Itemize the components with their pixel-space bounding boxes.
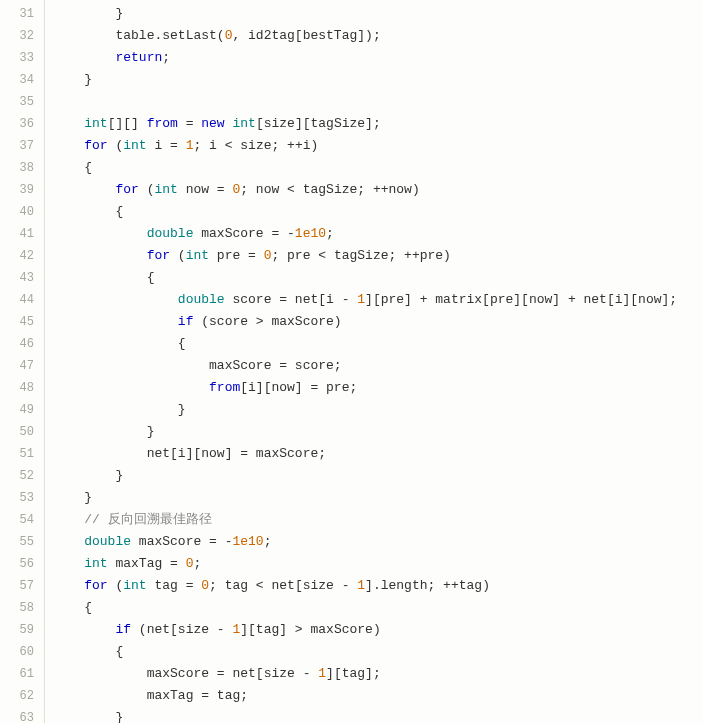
token: ;: [264, 534, 272, 549]
token: }: [147, 424, 155, 439]
code-line[interactable]: }: [53, 487, 703, 509]
line-number: 56: [0, 553, 44, 575]
token: for: [147, 248, 170, 263]
token: new: [201, 116, 224, 131]
line-number: 63: [0, 707, 44, 723]
code-line[interactable]: table.setLast(0, id2tag[bestTag]);: [53, 25, 703, 47]
token: maxScore = score;: [209, 358, 342, 373]
token: 1: [318, 666, 326, 681]
line-number: 44: [0, 289, 44, 311]
token: (: [108, 138, 124, 153]
token: int: [186, 248, 209, 263]
line-number: 54: [0, 509, 44, 531]
line-number: 62: [0, 685, 44, 707]
token: }: [84, 490, 92, 505]
code-line[interactable]: {: [53, 157, 703, 179]
code-line[interactable]: }: [53, 465, 703, 487]
line-number-gutter: 3132333435363738394041424344454647484950…: [0, 0, 45, 723]
token: 1e10: [232, 534, 263, 549]
token: ; tag < net[size -: [209, 578, 357, 593]
code-line[interactable]: double score = net[i - 1][pre] + matrix[…: [53, 289, 703, 311]
code-line[interactable]: int maxTag = 0;: [53, 553, 703, 575]
token: net[i][now] = maxScore;: [147, 446, 326, 461]
token: (: [170, 248, 186, 263]
line-number: 58: [0, 597, 44, 619]
line-number: 49: [0, 399, 44, 421]
code-line[interactable]: // 反向回溯最佳路径: [53, 509, 703, 531]
code-line[interactable]: for (int pre = 0; pre < tagSize; ++pre): [53, 245, 703, 267]
code-line[interactable]: for (int now = 0; now < tagSize; ++now): [53, 179, 703, 201]
code-line[interactable]: }: [53, 3, 703, 25]
token: score = net[i -: [225, 292, 358, 307]
token: }: [115, 710, 123, 723]
token: ].length; ++tag): [365, 578, 490, 593]
code-line[interactable]: double maxScore = -1e10;: [53, 531, 703, 553]
code-line[interactable]: if (score > maxScore): [53, 311, 703, 333]
code-line[interactable]: }: [53, 421, 703, 443]
token: int: [123, 138, 146, 153]
token: {: [115, 644, 123, 659]
code-line[interactable]: {: [53, 641, 703, 663]
code-line[interactable]: for (int tag = 0; tag < net[size - 1].le…: [53, 575, 703, 597]
token: pre =: [209, 248, 264, 263]
token: (: [139, 182, 155, 197]
code-line[interactable]: {: [53, 267, 703, 289]
token: // 反向回溯最佳路径: [84, 512, 211, 527]
code-line[interactable]: for (int i = 1; i < size; ++i): [53, 135, 703, 157]
token: now =: [178, 182, 233, 197]
code-line[interactable]: }: [53, 399, 703, 421]
code-line[interactable]: maxTag = tag;: [53, 685, 703, 707]
line-number: 43: [0, 267, 44, 289]
code-line[interactable]: net[i][now] = maxScore;: [53, 443, 703, 465]
token: {: [115, 204, 123, 219]
token: ;: [162, 50, 170, 65]
line-number: 53: [0, 487, 44, 509]
code-line[interactable]: from[i][now] = pre;: [53, 377, 703, 399]
token: maxScore = net[size -: [147, 666, 319, 681]
token: from: [147, 116, 178, 131]
token: ][tag] > maxScore): [240, 622, 380, 637]
token: =: [178, 116, 201, 131]
code-line[interactable]: {: [53, 201, 703, 223]
token: int: [232, 116, 255, 131]
line-number: 38: [0, 157, 44, 179]
token: from: [209, 380, 240, 395]
line-number: 39: [0, 179, 44, 201]
code-line[interactable]: }: [53, 69, 703, 91]
token: }: [178, 402, 186, 417]
token: {: [84, 600, 92, 615]
code-line[interactable]: maxScore = net[size - 1][tag];: [53, 663, 703, 685]
line-number: 33: [0, 47, 44, 69]
token: {: [84, 160, 92, 175]
token: maxScore = -: [131, 534, 232, 549]
token: 1e10: [295, 226, 326, 241]
code-line[interactable]: double maxScore = -1e10;: [53, 223, 703, 245]
line-number: 57: [0, 575, 44, 597]
code-line[interactable]: {: [53, 333, 703, 355]
code-line[interactable]: {: [53, 597, 703, 619]
token: ][pre] + matrix[pre][now] + net[i][now];: [365, 292, 677, 307]
token: {: [178, 336, 186, 351]
token: int: [84, 556, 107, 571]
token: maxTag =: [108, 556, 186, 571]
token: tag =: [147, 578, 202, 593]
code-line[interactable]: maxScore = score;: [53, 355, 703, 377]
token: ;: [326, 226, 334, 241]
token: }: [115, 468, 123, 483]
code-line[interactable]: }: [53, 707, 703, 723]
code-line[interactable]: return;: [53, 47, 703, 69]
line-number: 50: [0, 421, 44, 443]
token: ][tag];: [326, 666, 381, 681]
token: ; i < size; ++i): [193, 138, 318, 153]
token: for: [84, 138, 107, 153]
token: {: [147, 270, 155, 285]
line-number: 48: [0, 377, 44, 399]
code-line[interactable]: if (net[size - 1][tag] > maxScore): [53, 619, 703, 641]
code-editor-area[interactable]: } table.setLast(0, id2tag[bestTag]); ret…: [45, 0, 703, 723]
code-line[interactable]: [53, 91, 703, 113]
token: 1: [357, 292, 365, 307]
line-number: 61: [0, 663, 44, 685]
token: }: [115, 6, 123, 21]
token: ;: [193, 556, 201, 571]
code-line[interactable]: int[][] from = new int[size][tagSize];: [53, 113, 703, 135]
